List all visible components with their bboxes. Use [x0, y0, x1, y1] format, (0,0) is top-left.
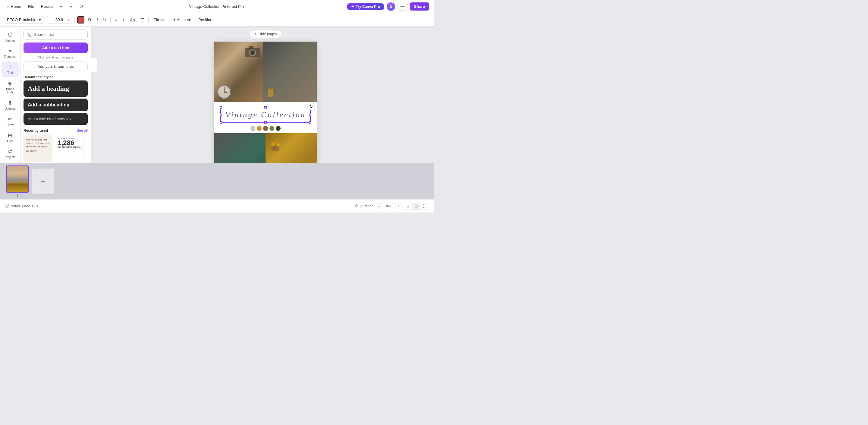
- svg-point-19: [271, 146, 279, 151]
- status-right: ⏱ Duration − 26% + ⊞ ⊡ ⛶: [355, 203, 429, 210]
- file-button[interactable]: File: [26, 3, 37, 10]
- hide-pages-bar: ∧ Hide pages: [250, 30, 281, 38]
- recent-item-2[interactable]: NOVEMBER 2019 1,286 NEW DOCUMENTS CREATE…: [55, 135, 84, 162]
- case-button[interactable]: Aa: [128, 16, 136, 24]
- recently-used-title: Recently used: [24, 128, 48, 133]
- fit-icon: ⊡: [415, 204, 418, 208]
- sidebar-item-projects[interactable]: 🗂 Projects: [1, 146, 19, 161]
- see-all-link[interactable]: See all: [76, 128, 88, 133]
- chevron-left-icon: ‹: [93, 63, 95, 67]
- brand-fonts-button[interactable]: Add your brand fonts: [24, 61, 88, 71]
- page-thumbnail-1[interactable]: Vintage Collection: [6, 165, 29, 192]
- sidebar-item-draw[interactable]: ✏ Draw: [1, 113, 19, 129]
- handle-br[interactable]: [309, 121, 311, 124]
- add-heading-button[interactable]: Add a heading: [24, 81, 88, 97]
- document-title: Vintage Collection Pinterest Pin: [88, 4, 344, 9]
- sidebar-icons: ⬡ Design ✦ Elements T Text ◈ Brand Hub ⬆…: [0, 27, 21, 163]
- canvas-image-bicycle[interactable]: [214, 133, 266, 163]
- chevron-up-icon: ∧: [254, 32, 257, 36]
- status-bar: 📝 Notes Page 1 / 1 ⏱ Duration − 26% + ⊞ …: [0, 199, 434, 212]
- swatch-4[interactable]: [270, 126, 274, 131]
- plus-icon: +: [41, 177, 45, 186]
- canvas-text-area: Vintage Collection ↻: [214, 102, 317, 133]
- share-button[interactable]: Share: [410, 2, 429, 10]
- redo-icon: ↪: [69, 4, 73, 9]
- avatar[interactable]: D: [387, 2, 395, 11]
- zoom-level: 26%: [383, 204, 394, 208]
- text-color-swatch[interactable]: [77, 16, 84, 24]
- swatch-3[interactable]: [263, 126, 268, 131]
- canvas-image-flowers[interactable]: [266, 133, 317, 163]
- topbar-left: ⌂ Home File Resize ↩ ↪ ⏱: [5, 3, 86, 10]
- hide-pages-button[interactable]: ∧ Hide pages: [250, 30, 281, 38]
- spacing-button[interactable]: ↕: [121, 16, 126, 24]
- add-page-button[interactable]: +: [32, 168, 54, 195]
- recent-item-author: Leo Tolstoy: [26, 150, 50, 152]
- resize-button[interactable]: Resize: [38, 3, 56, 10]
- undo-icon: ↩: [59, 4, 63, 9]
- full-icon: ⛶: [423, 204, 427, 208]
- font-size-decrease-button[interactable]: –: [47, 17, 53, 23]
- canvas-image-right-top[interactable]: [263, 41, 317, 102]
- font-selector[interactable]: EFCO Brookshire ▾: [4, 16, 44, 24]
- canvas-image-clock[interactable]: [214, 41, 263, 102]
- handle-bl[interactable]: [220, 121, 222, 124]
- handle-tm[interactable]: [264, 106, 267, 109]
- recently-used-items: It is not beauty that endears, it's love…: [21, 135, 91, 163]
- list-button[interactable]: ☰: [139, 16, 146, 24]
- case-icon: Aa: [130, 18, 135, 22]
- search-input[interactable]: [24, 30, 88, 39]
- sidebar-item-design[interactable]: ⬡ Design: [1, 29, 19, 44]
- handle-tl[interactable]: [220, 106, 222, 109]
- sidebar-item-text[interactable]: T Text: [1, 61, 19, 77]
- swatch-1[interactable]: [250, 126, 255, 131]
- svg-point-22: [276, 143, 280, 147]
- handle-rm[interactable]: [309, 114, 311, 116]
- handle-bm[interactable]: [264, 121, 267, 124]
- home-button[interactable]: ⌂ Home: [5, 3, 24, 10]
- sidebar-item-apps[interactable]: ⊞ Apps: [1, 130, 19, 145]
- swatch-2[interactable]: [257, 126, 261, 131]
- full-view-button[interactable]: ⛶: [421, 203, 429, 209]
- add-body-button[interactable]: Add a little bit of body text: [24, 113, 88, 125]
- add-subheading-button[interactable]: Add a subheading: [24, 98, 88, 111]
- sidebar-item-brand-hub[interactable]: ◈ Brand Hub: [1, 78, 19, 96]
- italic-button[interactable]: I: [95, 16, 99, 24]
- grid-icon: ⊞: [407, 204, 410, 208]
- animate-button[interactable]: ✦ Animate: [170, 16, 194, 24]
- align-icon: ≡: [115, 18, 117, 22]
- notes-button[interactable]: 📝 Notes: [5, 204, 20, 208]
- zoom-out-button[interactable]: −: [376, 203, 382, 209]
- handle-lm[interactable]: [220, 114, 222, 116]
- zoom-in-button[interactable]: +: [395, 203, 401, 209]
- hide-panel-button[interactable]: ‹: [91, 58, 97, 72]
- status-left: 📝 Notes Page 1 / 1: [5, 204, 352, 208]
- font-size-increase-button[interactable]: +: [66, 17, 72, 23]
- redo-button[interactable]: ↪: [67, 3, 75, 10]
- sidebar-item-elements[interactable]: ✦ Elements: [1, 45, 19, 61]
- svg-point-20: [271, 142, 275, 146]
- more-options-button[interactable]: •••: [398, 3, 407, 10]
- underline-button[interactable]: U: [102, 16, 108, 24]
- sidebar-item-uploads[interactable]: ⬆ Uploads: [1, 97, 19, 113]
- swatch-5[interactable]: [276, 126, 281, 131]
- bold-button[interactable]: B: [87, 16, 93, 24]
- position-button[interactable]: Position: [196, 16, 215, 24]
- refresh-icon-button[interactable]: ↻: [307, 102, 315, 110]
- font-size-group: – +: [47, 16, 72, 24]
- add-textbox-button[interactable]: Add a text box: [24, 42, 88, 53]
- pages-bar: Vintage Collection 1 +: [0, 163, 434, 199]
- undo-button[interactable]: ↩: [57, 3, 65, 10]
- effects-button[interactable]: Effects: [151, 16, 168, 24]
- font-size-input[interactable]: [53, 16, 66, 23]
- recently-used-header: Recently used See all: [21, 128, 91, 135]
- canvas-title-container[interactable]: Vintage Collection: [220, 107, 311, 123]
- recent-item-1[interactable]: It is not beauty that endears, it's love…: [24, 135, 53, 162]
- history-button[interactable]: ⏱: [77, 3, 86, 10]
- grid-view-button[interactable]: ⊞: [404, 203, 412, 209]
- fit-view-button[interactable]: ⊡: [412, 203, 421, 209]
- clock-svg: [217, 84, 232, 99]
- try-pro-button[interactable]: ✦ Try Canva Pro: [347, 3, 384, 10]
- duration-button[interactable]: ⏱ Duration: [355, 204, 373, 208]
- align-button[interactable]: ≡: [113, 16, 119, 24]
